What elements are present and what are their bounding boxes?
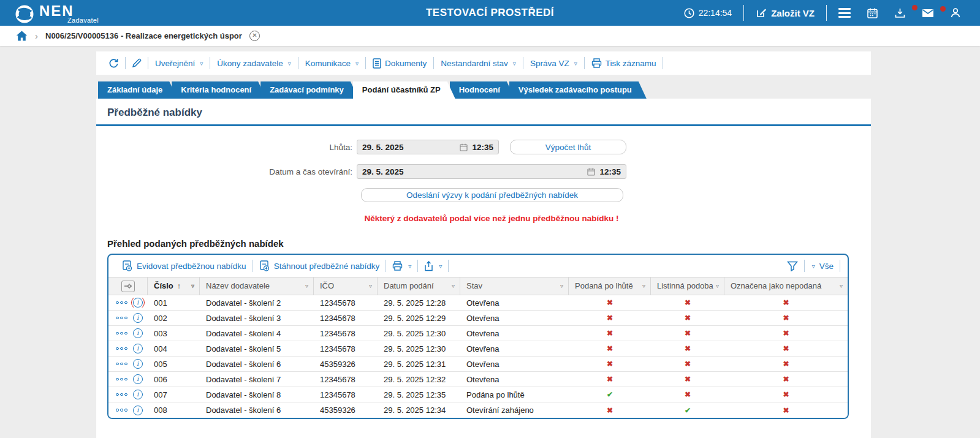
chevron-down-icon: ▿	[840, 278, 843, 295]
info-icon[interactable]: i	[133, 328, 143, 338]
calendar-picker-icon[interactable]	[587, 168, 595, 176]
home-icon[interactable]	[16, 31, 28, 41]
breadcrumb-item[interactable]: N006/25/V00005136 - Realizace energetick…	[45, 31, 242, 40]
menu-tisk-zaznamu[interactable]: Tisk záznamu	[585, 58, 663, 68]
mail-icon	[922, 9, 934, 18]
tab-vysledek-zadavaciho-postupu[interactable]: Výsledek zadávacího postupu	[509, 81, 647, 99]
stahnout-nabidky-button[interactable]: Stáhnout předběžné nabídky	[253, 260, 386, 271]
cell-listinna-podoba: ✖	[651, 390, 724, 399]
column-chooser[interactable]	[108, 278, 148, 295]
downloads-button[interactable]	[886, 7, 914, 19]
chevron-down-icon: ▿	[200, 60, 203, 67]
row-actions-icon[interactable]	[116, 393, 127, 396]
table-section-title: Přehled podaných předběžných nabídek	[107, 238, 871, 249]
menu-dokumenty[interactable]: Dokumenty	[366, 58, 433, 69]
column-header-nazev[interactable]: Název dodavatele▿	[200, 278, 314, 295]
vypocet-lhut-button[interactable]: Výpočet lhůt	[510, 140, 626, 154]
refresh-button[interactable]	[102, 58, 125, 69]
column-label: Název dodavatele	[206, 278, 270, 295]
row-actions-icon[interactable]	[116, 378, 127, 381]
column-label: Označena jako nepodaná	[731, 278, 821, 295]
cell-stav: Otevřena	[460, 360, 569, 369]
info-icon[interactable]: i	[133, 313, 143, 323]
cell-podana-po-lhute: ✖	[569, 406, 651, 415]
table-row[interactable]: i 001 Dodavatel - školení 2 12345678 29.…	[108, 295, 848, 311]
info-icon[interactable]: i	[133, 390, 143, 399]
action-bar-divider	[663, 57, 663, 69]
column-header-stav[interactable]: Stav▿	[460, 278, 569, 295]
filter-button[interactable]	[781, 261, 804, 271]
menu-nestandardni-stav[interactable]: Nestandardní stav▿	[434, 59, 523, 68]
menu-uverejneni[interactable]: Uveřejnění▿	[148, 59, 210, 68]
download-icon	[894, 7, 906, 19]
print-table-button[interactable]: ▿	[386, 261, 417, 271]
row-actions-icon[interactable]	[116, 301, 127, 304]
row-actions-icon[interactable]	[116, 363, 127, 366]
row-actions-icon[interactable]	[116, 332, 127, 335]
tab-kriteria-hodnoceni[interactable]: Kritéria hodnocení	[172, 81, 266, 99]
column-header-cislo[interactable]: Číslo↑▿	[148, 278, 200, 295]
close-icon[interactable]: ✕	[249, 31, 260, 41]
messages-button[interactable]	[914, 9, 942, 18]
tab-zakladni-udaje[interactable]: Základní údaje	[98, 81, 177, 99]
evidovat-nabidku-button[interactable]: Evidovat předběžnou nabídku	[116, 260, 253, 271]
table-row[interactable]: i 003 Dodavatel - školení 4 12345678 29.…	[108, 326, 848, 341]
environment-title: TESTOVACÍ PROSTŘEDÍ	[426, 0, 554, 26]
table-row[interactable]: i 007 Dodavatel - školení 8 12345678 29.…	[108, 387, 848, 402]
tab-zadavaci-podminky[interactable]: Zadávací podmínky	[260, 81, 359, 99]
row-actions-icon[interactable]	[116, 409, 127, 412]
info-icon[interactable]: i	[133, 359, 143, 369]
edit-record-button[interactable]	[126, 58, 148, 68]
breadcrumb-separator: ›	[35, 31, 38, 41]
otevirani-datetime-field[interactable]: 29. 5. 2025 12:35	[357, 164, 626, 179]
otevirani-time-value[interactable]: 12:35	[599, 167, 621, 176]
column-header-nepodana[interactable]: Označena jako nepodaná▿	[724, 278, 848, 295]
table-row[interactable]: i 008 Dodavatel - školení 6 45359326 29.…	[108, 402, 848, 418]
export-table-button[interactable]: ▿	[418, 261, 448, 271]
row-actions-icon[interactable]	[116, 347, 127, 350]
tab-hodnoceni[interactable]: Hodnocení	[450, 81, 515, 99]
download-offers-icon	[259, 260, 270, 271]
menu-komunikace[interactable]: Komunikace▿	[298, 59, 365, 68]
column-header-datum[interactable]: Datum podání▿	[378, 278, 460, 295]
column-header-ico[interactable]: IČO▿	[314, 278, 378, 295]
otevirani-date-value[interactable]: 29. 5. 2025	[362, 167, 404, 176]
cell-oznacena-nepodana: ✖	[724, 344, 848, 353]
lhuta-time-value[interactable]: 12:35	[472, 143, 493, 152]
cell-ico: 45359326	[314, 360, 378, 369]
profile-button[interactable]	[942, 7, 969, 18]
cell-datum-podani: 29. 5. 2025 12:32	[378, 375, 460, 384]
cell-nazev-dodavatele: Dodavatel - školení 3	[200, 314, 314, 323]
info-icon[interactable]: i	[133, 406, 143, 415]
filter-scope-dropdown[interactable]: ▿ Vše	[805, 262, 840, 271]
create-vz-button[interactable]: Založit VZ	[748, 7, 822, 18]
clock-icon	[684, 8, 694, 18]
send-invitation-button[interactable]: Odeslání výzvy k podání předběžných nabí…	[361, 188, 623, 202]
cell-podana-po-lhute: ✖	[569, 329, 651, 338]
row-actions-icon[interactable]	[116, 317, 127, 320]
info-icon[interactable]: i	[133, 374, 143, 384]
cell-listinna-podoba: ✖	[651, 314, 724, 322]
column-label: IČO	[320, 278, 334, 295]
menu-button[interactable]	[830, 8, 859, 18]
calendar-picker-icon[interactable]	[460, 143, 468, 151]
table-row[interactable]: i 004 Dodavatel - školení 5 12345678 29.…	[108, 341, 848, 357]
lhuta-datetime-field[interactable]: 29. 5. 2025 12:35	[357, 140, 499, 154]
info-icon[interactable]: i	[133, 298, 143, 308]
lhuta-date-value[interactable]: 29. 5. 2025	[362, 143, 404, 152]
calendar-button[interactable]	[859, 7, 886, 19]
tab-podani-ucastniku-zp[interactable]: Podání účastníků ZP	[353, 81, 455, 99]
column-header-listinna[interactable]: Listinná podoba▿	[651, 278, 724, 295]
info-icon[interactable]: i	[133, 344, 143, 353]
menu-ukony-zadavatele[interactable]: Úkony zadavatele▿	[210, 59, 297, 68]
app-logo[interactable]: NEN Zadavatel	[0, 2, 74, 24]
table-row[interactable]: i 006 Dodavatel - školení 7 12345678 29.…	[108, 372, 848, 387]
cell-oznacena-nepodana: ✖	[724, 298, 848, 307]
menu-sprava-vz[interactable]: Správa VZ▿	[523, 59, 584, 68]
column-header-po-lhute[interactable]: Podaná po lhůtě▿	[569, 278, 651, 295]
table-row[interactable]: i 002 Dodavatel - školení 3 12345678 29.…	[108, 311, 848, 326]
toolbar-label: Stáhnout předběžné nabídky	[274, 262, 380, 271]
column-label: Stav	[466, 278, 482, 295]
table-row[interactable]: i 005 Dodavatel - školení 6 45359326 29.…	[108, 357, 848, 372]
cell-cislo: 003	[148, 329, 200, 338]
